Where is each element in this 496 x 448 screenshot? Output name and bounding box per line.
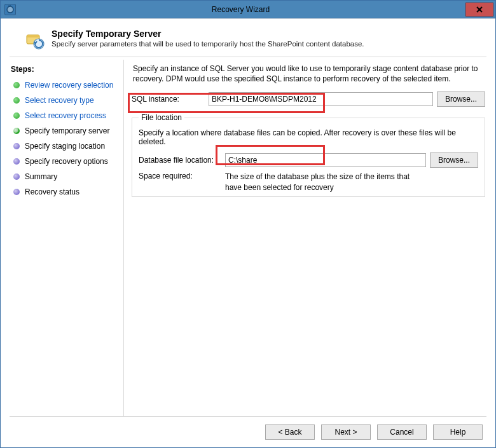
- window-title: Recovery Wizard: [16, 5, 465, 14]
- close-icon: [476, 6, 483, 13]
- step-label: Specify temporary server: [25, 126, 109, 135]
- sql-instance-browse-button[interactable]: Browse...: [437, 92, 485, 107]
- step-select-recovery-process[interactable]: Select recovery process: [10, 108, 123, 123]
- step-bullet-icon: [13, 189, 20, 195]
- step-specify-staging-location: Specify staging location: [10, 139, 123, 154]
- step-specify-temporary-server: Specify temporary server: [10, 123, 123, 139]
- app-icon: [4, 4, 16, 15]
- db-file-location-row: Database file location: Browse...: [139, 153, 478, 168]
- step-bullet-icon: [13, 143, 20, 149]
- back-button[interactable]: < Back: [265, 424, 315, 440]
- step-specify-recovery-options: Specify recovery options: [10, 154, 123, 169]
- titlebar: Recovery Wizard: [1, 1, 495, 18]
- file-location-description: Specify a location where database files …: [139, 128, 478, 146]
- page-heading: Specify Temporary Server Specify server …: [10, 26, 486, 57]
- step-recovery-status: Recovery status: [10, 184, 123, 200]
- sql-instance-row: SQL instance: Browse...: [132, 92, 485, 107]
- content-area: Specify Temporary Server Specify server …: [1, 18, 495, 447]
- step-bullet-icon: [13, 112, 20, 119]
- wizard-icon: [25, 30, 45, 50]
- step-link[interactable]: Select recovery type: [25, 96, 94, 105]
- step-select-recovery-type[interactable]: Select recovery type: [10, 93, 123, 108]
- sql-instance-input[interactable]: [209, 92, 433, 106]
- wizard-body: Steps: Review recovery selection Select …: [10, 60, 486, 416]
- space-required-value: The size of the database plus the size o…: [225, 172, 478, 192]
- step-bullet-icon: [13, 97, 20, 104]
- wizard-footer: < Back Next > Cancel Help: [10, 416, 486, 441]
- step-label: Specify staging location: [25, 142, 105, 151]
- db-file-location-label: Database file location:: [139, 156, 221, 165]
- db-file-location-input[interactable]: [225, 153, 426, 167]
- step-bullet-icon: [13, 128, 20, 134]
- page-title: Specify Temporary Server: [52, 29, 364, 39]
- db-file-location-browse-button[interactable]: Browse...: [430, 153, 478, 168]
- help-button[interactable]: Help: [433, 424, 483, 440]
- step-label: Specify recovery options: [25, 157, 108, 166]
- step-link[interactable]: Review recovery selection: [25, 81, 113, 90]
- file-location-group: File location Specify a location where d…: [132, 113, 485, 196]
- main-description: Specify an instance of SQL Server you wo…: [132, 64, 485, 92]
- svg-rect-2: [27, 35, 39, 37]
- steps-title: Steps:: [10, 64, 123, 78]
- recovery-wizard-window: Recovery Wizard Specify Temporary Server…: [0, 0, 496, 448]
- step-label: Summary: [25, 172, 57, 181]
- step-bullet-icon: [13, 173, 20, 180]
- step-bullet-icon: [13, 158, 20, 165]
- main-panel: Specify an instance of SQL Server you wo…: [130, 60, 486, 416]
- step-label: Recovery status: [25, 187, 79, 196]
- next-button[interactable]: Next >: [321, 424, 371, 440]
- step-review-recovery-selection[interactable]: Review recovery selection: [10, 78, 123, 93]
- step-bullet-icon: [13, 82, 20, 88]
- file-location-legend: File location: [139, 113, 184, 122]
- step-link[interactable]: Select recovery process: [25, 111, 106, 120]
- sql-instance-label: SQL instance:: [132, 95, 205, 104]
- step-summary: Summary: [10, 169, 123, 184]
- cancel-button[interactable]: Cancel: [377, 424, 427, 440]
- close-button[interactable]: [465, 3, 493, 17]
- space-required-label: Space required:: [139, 172, 221, 192]
- space-required-row: Space required: The size of the database…: [139, 172, 478, 192]
- page-subtitle: Specify server parameters that will be u…: [52, 40, 364, 48]
- steps-panel: Steps: Review recovery selection Select …: [10, 60, 124, 416]
